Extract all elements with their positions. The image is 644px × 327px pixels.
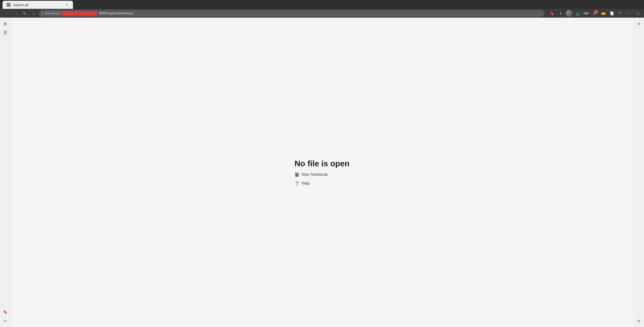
no-file-title: No file is open <box>295 159 350 168</box>
new-notebook-link[interactable]: 📓 New Notebook <box>295 172 328 177</box>
back-button[interactable]: ← <box>3 10 10 17</box>
extension-badge-button[interactable]: 🧩 3 <box>591 10 598 17</box>
bookmark-button[interactable]: 🔖 <box>548 10 555 17</box>
address-bar[interactable]: ℹ Not Secure :6806/stage/build/desktop/ <box>39 10 544 17</box>
url-path: :6806/stage/build/desktop/ <box>98 12 134 15</box>
sidebar-toggle-button[interactable]: ◁ <box>634 10 641 17</box>
more-button[interactable]: ⋯ <box>625 10 632 17</box>
shield-button[interactable]: 🛡 <box>617 10 624 17</box>
security-icon: ℹ <box>42 12 44 15</box>
help-link[interactable]: ❓ Help <box>295 181 310 186</box>
right-bottom-icon[interactable]: ⚙ <box>635 317 643 325</box>
profile-button[interactable] <box>566 10 573 17</box>
extension-badge: 3 <box>594 10 598 14</box>
adblock-label: ABP <box>583 12 589 15</box>
main-container: ⊞ ☰ 🔖 ✏ No file is open 📓 New Notebook ❓… <box>0 18 644 327</box>
cast-button[interactable]: 📺 <box>574 10 581 17</box>
nav-bar: ← → ↻ ⌂ ℹ Not Secure :6806/stage/build/d… <box>0 9 644 18</box>
bookmark-list-button[interactable]: ▾ <box>557 10 564 17</box>
help-label: Help <box>302 181 310 186</box>
bookmark-sidebar-icon[interactable]: 🔖 <box>1 308 9 316</box>
pencil-sidebar-icon[interactable]: ✏ <box>1 317 9 325</box>
reload-button[interactable]: ↻ <box>21 10 28 17</box>
browser-chrome: JupyterLab ✕ ← → ↻ ⌂ ℹ Not Secure :6806/… <box>0 0 644 18</box>
tab-close-button[interactable]: ✕ <box>65 3 69 7</box>
left-sidebar: ⊞ ☰ 🔖 ✏ <box>0 18 11 327</box>
browser-actions: 🔖 ▾ 📺 ABP 🧩 3 💳 📑 🛡 ⋯ ◁ <box>548 10 641 17</box>
forward-button[interactable]: → <box>12 10 19 17</box>
adblock-button[interactable]: ABP <box>583 10 590 17</box>
avatar <box>566 10 572 17</box>
not-secure-label: Not Secure <box>45 12 60 15</box>
content-area: No file is open 📓 New Notebook ❓ Help <box>11 18 633 327</box>
help-icon: ❓ <box>295 181 300 186</box>
url-redacted-portion <box>62 11 97 15</box>
properties-icon[interactable]: ⚙ <box>635 20 643 28</box>
tab-title: JupyterLab <box>13 3 63 7</box>
notebook-icon: 📓 <box>295 172 300 177</box>
list-icon[interactable]: ☰ <box>1 29 9 37</box>
grid-icon[interactable]: ⊞ <box>1 20 9 28</box>
tab-favicon <box>7 3 11 7</box>
right-sidebar: ⚙ ⚙ <box>633 18 644 327</box>
empty-state: No file is open 📓 New Notebook ❓ Help <box>295 159 350 186</box>
tabs-button[interactable]: 📑 <box>608 10 615 17</box>
wallets-button[interactable]: 💳 <box>600 10 607 17</box>
tab-bar: JupyterLab ✕ <box>0 0 644 9</box>
new-notebook-label: New Notebook <box>302 172 328 177</box>
active-tab[interactable]: JupyterLab ✕ <box>3 1 73 9</box>
home-button[interactable]: ⌂ <box>30 10 37 17</box>
